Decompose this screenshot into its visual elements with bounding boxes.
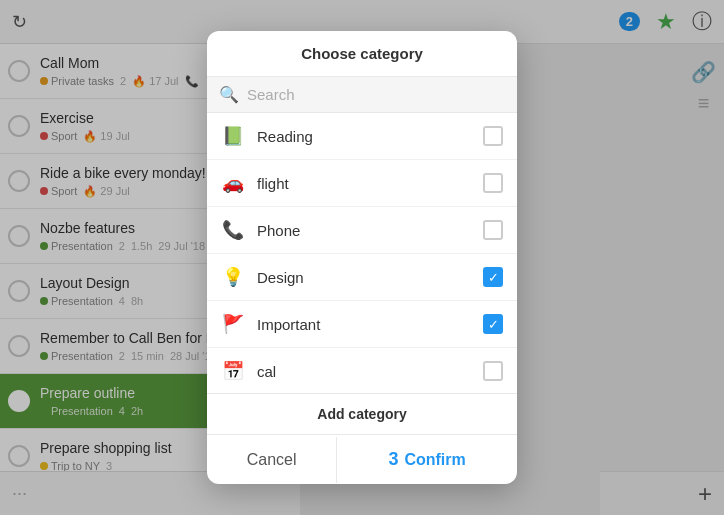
category-item-design[interactable]: 💡Design — [207, 254, 517, 301]
flight-icon: 🚗 — [221, 171, 245, 195]
modal-backdrop: Choose category 🔍 📗Reading🚗flight📞Phone💡… — [0, 0, 724, 515]
category-label: flight — [257, 175, 471, 192]
category-checkbox[interactable] — [483, 267, 503, 287]
category-item-important[interactable]: 🚩Important — [207, 301, 517, 348]
modal-search-bar[interactable]: 🔍 — [207, 77, 517, 113]
phone-icon: 📞 — [221, 218, 245, 242]
design-icon: 💡 — [221, 265, 245, 289]
category-label: Important — [257, 316, 471, 333]
category-item-flight[interactable]: 🚗flight — [207, 160, 517, 207]
confirm-button[interactable]: 3 Confirm — [337, 435, 517, 484]
important-icon: 🚩 — [221, 312, 245, 336]
category-checkbox[interactable] — [483, 220, 503, 240]
choose-category-modal: Choose category 🔍 📗Reading🚗flight📞Phone💡… — [207, 31, 517, 484]
modal-footer: Cancel 3 Confirm — [207, 435, 517, 484]
cal-icon: 📅 — [221, 359, 245, 383]
category-checkbox[interactable] — [483, 361, 503, 381]
confirm-count: 3 — [388, 449, 398, 470]
category-item-cal[interactable]: 📅cal — [207, 348, 517, 393]
category-checkbox[interactable] — [483, 126, 503, 146]
category-label: Reading — [257, 128, 471, 145]
category-label: cal — [257, 363, 471, 380]
category-item-phone[interactable]: 📞Phone — [207, 207, 517, 254]
category-list: 📗Reading🚗flight📞Phone💡Design🚩Important📅c… — [207, 113, 517, 393]
add-category-button[interactable]: Add category — [207, 393, 517, 435]
search-icon: 🔍 — [219, 85, 239, 104]
reading-icon: 📗 — [221, 124, 245, 148]
modal-title: Choose category — [207, 31, 517, 77]
category-label: Design — [257, 269, 471, 286]
cancel-button[interactable]: Cancel — [207, 437, 337, 483]
category-checkbox[interactable] — [483, 173, 503, 193]
category-checkbox[interactable] — [483, 314, 503, 334]
search-input[interactable] — [247, 86, 505, 103]
category-item-reading[interactable]: 📗Reading — [207, 113, 517, 160]
category-label: Phone — [257, 222, 471, 239]
confirm-label: Confirm — [404, 451, 465, 469]
